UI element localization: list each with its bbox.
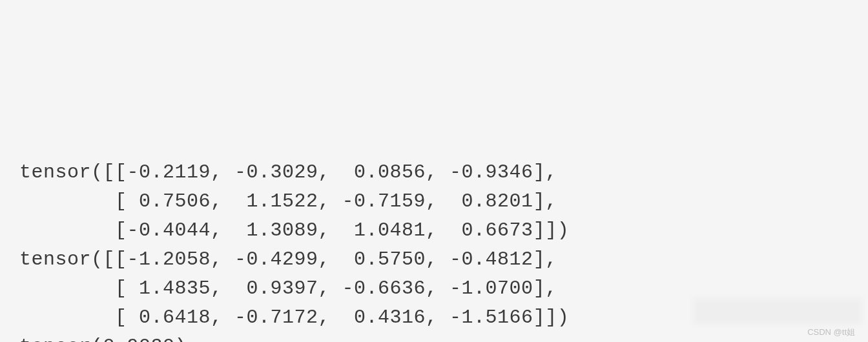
output-line: tensor([[-0.2119, -0.3029, 0.0856, -0.93… [19, 161, 557, 183]
output-line: [ 0.6418, -0.7172, 0.4316, -1.5166]]) [19, 307, 569, 328]
output-line: tensor([[-1.2058, -0.4299, 0.5750, -0.48… [19, 248, 557, 270]
output-line: [ 1.4835, 0.9397, -0.6636, -1.0700], [19, 277, 557, 299]
output-line: [ 0.7506, 1.1522, -0.7159, 0.8201], [19, 190, 557, 212]
code-output-block: tensor([[-0.2119, -0.3029, 0.0856, -0.93… [19, 129, 849, 342]
watermark-text: CSDN @tt姐 [807, 326, 855, 339]
output-line: [-0.4044, 1.3089, 1.0481, 0.6673]]) [19, 219, 569, 241]
output-line: tensor(0.9020) [19, 336, 187, 342]
